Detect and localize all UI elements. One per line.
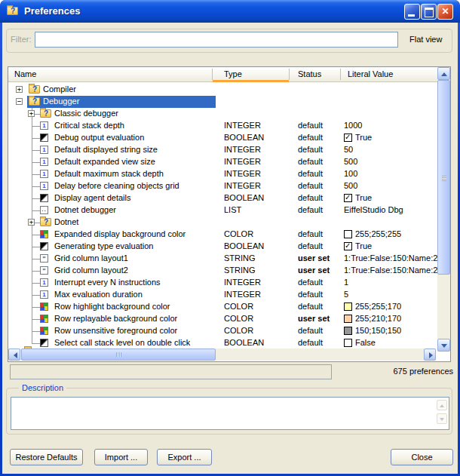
column-header-literal[interactable]: Literal Value bbox=[348, 69, 393, 78]
pref-row[interactable]: Select call stack level on double clickB… bbox=[8, 337, 438, 349]
pref-status: user set bbox=[298, 314, 330, 323]
pref-name: Row replayable background color bbox=[54, 314, 177, 323]
collapse-icon[interactable]: − bbox=[16, 98, 23, 105]
pref-status: default bbox=[298, 241, 323, 250]
pref-type: INTEGER bbox=[224, 278, 261, 287]
pref-row[interactable]: Expanded display background colorCOLORde… bbox=[8, 229, 438, 241]
string-icon bbox=[40, 266, 48, 275]
horizontal-scrollbar[interactable] bbox=[8, 349, 436, 361]
export-button[interactable]: Export ... bbox=[157, 449, 212, 465]
pref-status: default bbox=[298, 338, 323, 347]
close-window-button[interactable] bbox=[437, 4, 453, 20]
window-title: Preferences bbox=[24, 5, 80, 17]
filter-input[interactable] bbox=[35, 32, 398, 48]
checked-checkbox[interactable] bbox=[344, 194, 352, 202]
expand-icon[interactable]: + bbox=[28, 219, 35, 226]
literal-text: 1:True:False:150:Name:2: bbox=[344, 253, 437, 263]
pref-status: default bbox=[298, 145, 323, 154]
pref-literal-value: 255;255;170 bbox=[344, 302, 437, 311]
scroll-down-button[interactable] bbox=[437, 339, 450, 352]
scroll-right-button[interactable] bbox=[424, 349, 436, 361]
column-separator[interactable] bbox=[212, 69, 213, 80]
pref-type: COLOR bbox=[224, 314, 253, 323]
folder-icon bbox=[29, 85, 40, 94]
pref-row[interactable]: Display agent detailsBOOLEANdefaultTrue bbox=[8, 192, 438, 204]
color-swatch[interactable] bbox=[344, 302, 352, 311]
pref-row[interactable]: Critical stack depthINTEGERdefault1000 bbox=[8, 120, 438, 132]
checked-checkbox[interactable] bbox=[344, 134, 352, 142]
import-button[interactable]: Import ... bbox=[94, 449, 148, 465]
pref-row[interactable]: Default expanded view sizeINTEGERdefault… bbox=[8, 156, 438, 168]
boolean-icon bbox=[40, 194, 48, 202]
string-icon bbox=[40, 254, 48, 263]
pref-row[interactable]: Interrupt every N instructionsINTEGERdef… bbox=[8, 277, 438, 289]
pref-type: BOOLEAN bbox=[224, 241, 264, 250]
pref-name: Delay before cleaning objects grid bbox=[54, 181, 179, 190]
titlebar[interactable]: Preferences bbox=[0, 0, 460, 23]
pref-row[interactable]: Debug output evaluationBOOLEANdefaultTru… bbox=[8, 132, 438, 144]
pref-status: default bbox=[298, 181, 323, 190]
vertical-scrollbar[interactable] bbox=[437, 67, 450, 352]
pref-row[interactable]: Max evaluation durationINTEGERdefault5 bbox=[8, 289, 438, 301]
pref-literal-value: 500 bbox=[344, 157, 437, 166]
pref-type: STRING bbox=[224, 253, 256, 263]
boolean-icon bbox=[40, 339, 48, 347]
horizontal-scrollbar-thumb[interactable] bbox=[21, 349, 216, 361]
color-icon bbox=[40, 230, 48, 238]
scroll-up-button[interactable] bbox=[437, 67, 450, 80]
maximize-button[interactable] bbox=[421, 4, 437, 20]
pref-row[interactable]: Default displayed string sizeINTEGERdefa… bbox=[8, 144, 438, 156]
filter-label: Filter: bbox=[11, 35, 32, 44]
pref-name: Row highlight background color bbox=[54, 302, 170, 311]
pref-literal-value: 1 bbox=[344, 278, 437, 287]
restore-defaults-button[interactable]: Restore Defaults bbox=[10, 449, 83, 465]
column-header-name[interactable]: Name bbox=[14, 69, 36, 78]
pref-type: COLOR bbox=[224, 302, 253, 311]
pref-literal-value: 255;210;170 bbox=[344, 314, 437, 323]
color-swatch[interactable] bbox=[344, 315, 352, 323]
pref-literal-value: 255;255;255 bbox=[344, 229, 437, 238]
flat-view-toggle[interactable]: Flat view bbox=[409, 35, 442, 44]
checked-checkbox[interactable] bbox=[344, 242, 352, 250]
column-separator[interactable] bbox=[289, 69, 290, 80]
integer-icon bbox=[40, 182, 48, 190]
preferences-grid: Name Type Status Literal Value +Compiler… bbox=[8, 66, 451, 362]
pref-row[interactable]: Generating type evaluationBOOLEANdefault… bbox=[8, 241, 438, 253]
tree-group-row[interactable]: −Debugger bbox=[8, 96, 438, 108]
pref-row[interactable]: Dotnet debuggerLISTdefaultEiffelStudio D… bbox=[8, 204, 438, 217]
literal-text: 50 bbox=[344, 145, 353, 154]
column-header-status[interactable]: Status bbox=[298, 69, 321, 78]
tree-group-row[interactable]: +Classic debugger bbox=[8, 108, 438, 120]
expand-icon[interactable]: + bbox=[16, 86, 23, 93]
column-separator[interactable] bbox=[340, 69, 341, 80]
pref-row[interactable]: Row replayable background colorCOLORuser… bbox=[8, 313, 438, 325]
dialog-body: Filter: Flat view Name Type Status Liter… bbox=[2, 23, 458, 474]
color-swatch[interactable] bbox=[344, 230, 352, 238]
tree-branch-line bbox=[32, 235, 40, 235]
minimize-button[interactable] bbox=[404, 4, 420, 20]
close-button[interactable]: Close bbox=[391, 449, 453, 465]
pref-type: COLOR bbox=[224, 229, 253, 238]
tree-group-row[interactable]: +Dotnet bbox=[8, 217, 438, 229]
pref-status: default bbox=[298, 229, 323, 238]
pref-row[interactable]: Default maximum stack depthINTEGERdefaul… bbox=[8, 168, 438, 180]
pref-row[interactable]: Grid column layout2STRINGuser set1:True:… bbox=[8, 265, 438, 277]
pref-name: Default expanded view size bbox=[54, 157, 155, 166]
unchecked-checkbox[interactable] bbox=[344, 339, 352, 347]
pref-type: INTEGER bbox=[224, 290, 261, 299]
literal-text: 5 bbox=[344, 290, 348, 299]
column-header-type[interactable]: Type bbox=[224, 69, 242, 78]
integer-icon bbox=[40, 158, 48, 166]
tree-group-row[interactable]: +Compiler bbox=[8, 84, 438, 96]
pref-row[interactable]: Delay before cleaning objects gridINTEGE… bbox=[8, 180, 438, 192]
expand-icon[interactable]: + bbox=[28, 110, 35, 117]
pref-row[interactable]: Grid column layout1STRINGuser set1:True:… bbox=[8, 253, 438, 265]
description-textarea[interactable] bbox=[11, 397, 449, 430]
color-swatch[interactable] bbox=[344, 327, 352, 335]
pref-row[interactable]: Row unsensitive foreground colorCOLORdef… bbox=[8, 325, 438, 337]
pref-status: default bbox=[298, 205, 323, 214]
pref-row[interactable]: Row highlight background colorCOLORdefau… bbox=[8, 301, 438, 313]
scroll-left-button[interactable] bbox=[8, 349, 20, 361]
tree-branch-line bbox=[32, 126, 40, 127]
vertical-scrollbar-thumb[interactable] bbox=[437, 80, 450, 275]
